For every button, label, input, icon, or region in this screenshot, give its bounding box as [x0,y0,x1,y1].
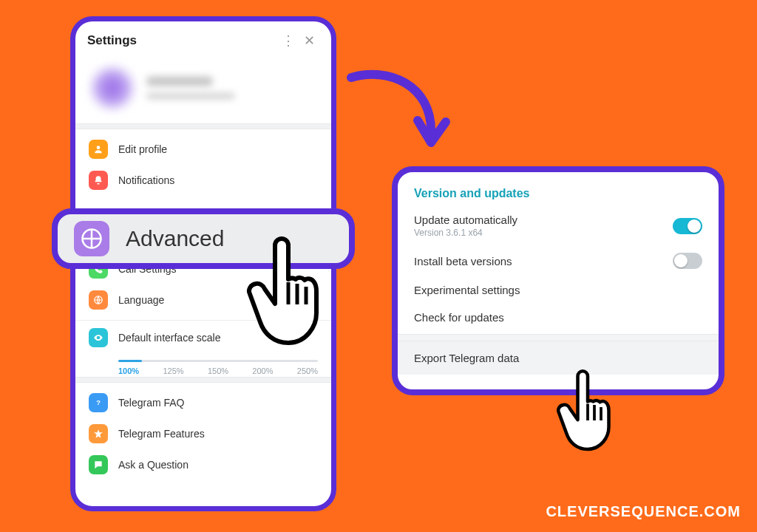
scale-label: Default interface scale [118,332,221,344]
advanced-label: Advanced [126,226,224,251]
menu-label: Edit profile [118,143,167,155]
watermark: CLEVERSEQUENCE.COM [546,503,741,520]
auto-update-label: Update automatically [414,214,517,226]
beta-toggle[interactable] [673,253,702,269]
menu-edit-profile[interactable]: Edit profile [75,134,331,165]
menu-ask[interactable]: Ask a Question [75,449,331,480]
profile-sub-blurred [146,92,235,100]
svg-point-0 [97,146,101,149]
question-icon: ? [89,393,108,412]
divider [75,123,331,129]
menu-notifications[interactable]: Notifications [75,165,331,196]
settings-title: Settings [87,33,278,48]
divider [398,334,719,341]
profile-text [146,76,235,100]
menu-label: Telegram Features [118,428,205,440]
svg-text:?: ? [96,399,101,406]
avatar [89,64,136,112]
version-panel: Version and updates Update automatically… [392,166,724,395]
eye-icon [89,328,108,347]
menu-features[interactable]: Telegram Features [75,418,331,449]
check-updates-label: Check for updates [414,311,504,324]
menu-label: Notifications [118,174,174,186]
auto-update-toggle[interactable] [673,218,702,234]
settings-header: Settings ⋮ ✕ [75,21,331,57]
globe-icon [89,290,108,310]
scale-tick: 100% [118,366,139,375]
scale-tick: 250% [297,366,318,375]
pointer-hand-icon [244,236,333,355]
menu-label: Language [118,294,164,306]
row-auto-update[interactable]: Update automatically Version 3.6.1 x64 [398,206,719,245]
version-heading: Version and updates [398,184,719,206]
export-label: Export Telegram data [414,352,519,364]
profile-block[interactable] [75,57,331,123]
star-icon [89,424,108,443]
menu-faq[interactable]: ? Telegram FAQ [75,387,331,418]
advanced-icon [74,221,109,256]
pointer-hand-icon [554,369,621,458]
scale-slider[interactable]: 100% 125% 150% 200% 250% [118,355,318,369]
scale-tick: 200% [252,366,273,375]
experimental-label: Experimental settings [414,284,520,296]
close-icon[interactable]: ✕ [299,30,319,51]
kebab-menu-icon[interactable]: ⋮ [278,30,299,51]
row-experimental[interactable]: Experimental settings [398,276,719,304]
profile-name-blurred [146,76,213,86]
scale-ticks: 100% 125% 150% 200% 250% [118,355,318,375]
divider [75,377,331,383]
scale-tick: 150% [208,366,228,375]
person-icon [89,140,108,159]
version-string: Version 3.6.1 x64 [414,228,517,238]
menu-group-account: Edit profile Notifications [75,129,331,200]
bell-icon [89,171,108,190]
scale-tick: 125% [163,366,183,375]
chat-icon [89,455,108,474]
menu-label: Ask a Question [118,459,189,471]
menu-label: Telegram FAQ [118,397,184,409]
row-beta[interactable]: Install beta versions [398,245,719,276]
row-check-updates[interactable]: Check for updates [398,304,719,331]
menu-group-help: ? Telegram FAQ Telegram Features Ask a Q… [75,383,331,485]
beta-label: Install beta versions [414,255,512,267]
arrow-icon [344,63,455,169]
